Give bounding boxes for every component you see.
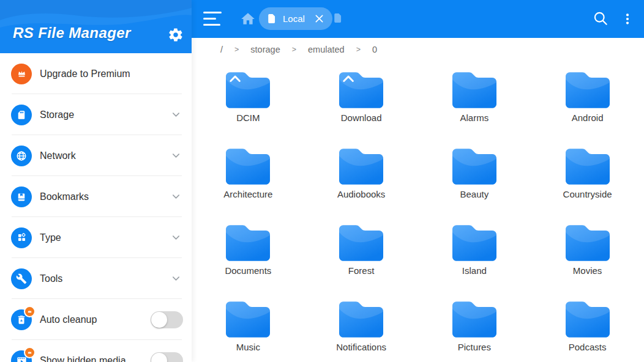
shapes-icon (11, 227, 32, 248)
sidebar-item-upgrade-to-premium[interactable]: Upgrade to Premium (0, 53, 192, 94)
sidebar-item-label: Storage (40, 109, 171, 120)
sidebar-item-storage[interactable]: Storage (0, 94, 192, 135)
toggle-knob (151, 353, 167, 362)
folder-icon (452, 72, 496, 108)
folder-pictures[interactable]: Pictures (418, 290, 531, 362)
sidebar-item-network[interactable]: Network (0, 135, 192, 176)
folder-dcim[interactable]: DCIM (192, 61, 305, 138)
bookmark-icon (11, 187, 32, 207)
folder-movies[interactable]: Movies (531, 214, 644, 290)
folder-architecture[interactable]: Architecture (192, 138, 305, 214)
folder-label: Beauty (460, 189, 489, 199)
folder-android[interactable]: Android (531, 61, 644, 138)
inactive-tab-icon[interactable] (334, 13, 343, 26)
folder-music[interactable]: Music (192, 290, 305, 362)
chevron-down-icon (171, 191, 181, 202)
sidebar-item-label: Auto cleanup (40, 314, 151, 325)
folder-icon (566, 72, 610, 108)
sidebar-item-type[interactable]: Type (0, 217, 192, 258)
gear-icon[interactable] (168, 27, 184, 43)
toggle-auto-cleanup[interactable] (151, 311, 183, 328)
hamburger-menu-icon[interactable] (203, 12, 222, 26)
breadcrumb-segment-emulated[interactable]: emulated (300, 45, 353, 54)
globe-icon (11, 146, 32, 166)
folder-icon (226, 72, 270, 108)
folder-label: Alarms (460, 113, 489, 123)
folder-icon (339, 225, 383, 261)
app-title: RS File Manager (13, 24, 131, 42)
folder-notifications[interactable]: Notifications (305, 290, 418, 362)
sidebar-item-label: Tools (40, 273, 171, 284)
breadcrumb-separator: > (353, 45, 364, 54)
folder-icon (452, 301, 496, 338)
folder-icon (339, 72, 383, 108)
tab-label: Local (283, 13, 305, 24)
folder-icon (339, 301, 383, 338)
media-icon (11, 350, 32, 362)
folder-grid: DCIMDownloadAlarmsAndroidArchitectureAud… (192, 61, 644, 362)
folder-icon (226, 225, 270, 261)
folder-download[interactable]: Download (305, 61, 418, 138)
folder-alarms[interactable]: Alarms (418, 61, 531, 138)
folder-countryside[interactable]: Countryside (531, 138, 644, 214)
tab-local[interactable]: Local (259, 7, 332, 30)
folder-audiobooks[interactable]: Audiobooks (305, 138, 418, 214)
breadcrumb-segment-[interactable]: / (212, 45, 231, 54)
chevron-down-icon (171, 109, 181, 120)
sidebar-drawer: RS File Manager Upgrade to PremiumStorag… (0, 0, 192, 362)
folder-icon (226, 301, 270, 338)
folder-icon (452, 149, 496, 185)
sidebar-item-label: Type (40, 232, 171, 243)
kebab-menu-icon[interactable] (620, 11, 635, 27)
wrench-icon (11, 268, 32, 289)
sidebar-list: Upgrade to PremiumStorageNetworkBookmark… (0, 53, 192, 362)
folder-icon (339, 149, 383, 185)
folder-icon (452, 225, 496, 261)
sidebar-item-show-hidden-media[interactable]: Show hidden media (0, 340, 192, 362)
folder-label: Download (341, 113, 382, 123)
sdcard-icon (11, 105, 32, 125)
trash-icon (11, 309, 32, 330)
folder-label: Podcasts (569, 342, 607, 352)
folder-beauty[interactable]: Beauty (418, 138, 531, 214)
sidebar-header: RS File Manager (0, 0, 192, 53)
toggle-show-hidden-media[interactable] (151, 352, 183, 362)
folder-label: Island (462, 265, 487, 276)
sidebar-item-bookmarks[interactable]: Bookmarks (0, 176, 192, 217)
folder-forest[interactable]: Forest (305, 214, 418, 290)
folder-label: Pictures (458, 342, 491, 352)
folder-label: DCIM (236, 113, 260, 123)
home-icon[interactable] (240, 11, 256, 27)
folder-podcasts[interactable]: Podcasts (531, 290, 644, 362)
breadcrumb-separator: > (231, 45, 242, 54)
chevron-down-icon (171, 273, 181, 284)
folder-icon (566, 225, 610, 261)
folder-label: Architecture (223, 189, 272, 199)
search-icon[interactable] (592, 10, 609, 27)
file-icon (268, 13, 277, 24)
sidebar-item-label: Upgrade to Premium (40, 68, 183, 79)
folder-island[interactable]: Island (418, 214, 531, 290)
breadcrumb-segment-0[interactable]: 0 (364, 45, 385, 54)
premium-crown-badge-icon (24, 347, 36, 358)
folder-icon (226, 149, 270, 185)
folder-label: Forest (348, 265, 375, 276)
chevron-down-icon (171, 150, 181, 161)
toggle-knob (151, 312, 167, 328)
folder-icon (566, 149, 610, 185)
sidebar-item-auto-cleanup[interactable]: Auto cleanup (0, 299, 192, 340)
sidebar-item-label: Bookmarks (40, 191, 171, 202)
folder-documents[interactable]: Documents (192, 214, 305, 290)
sidebar-item-label: Network (40, 150, 171, 161)
breadcrumb-segment-storage[interactable]: storage (242, 45, 288, 54)
folder-label: Music (236, 342, 260, 352)
app-window: Local />storage>emulated>0 DCIMDownloadA… (0, 0, 644, 362)
crown-icon (11, 64, 32, 84)
breadcrumb: />storage>emulated>0 (192, 38, 644, 61)
chevron-down-icon (171, 232, 181, 243)
premium-crown-badge-icon (24, 306, 36, 317)
folder-icon (566, 301, 610, 338)
sidebar-item-tools[interactable]: Tools (0, 258, 192, 299)
close-icon[interactable] (315, 14, 324, 23)
folder-label: Audiobooks (337, 189, 385, 199)
